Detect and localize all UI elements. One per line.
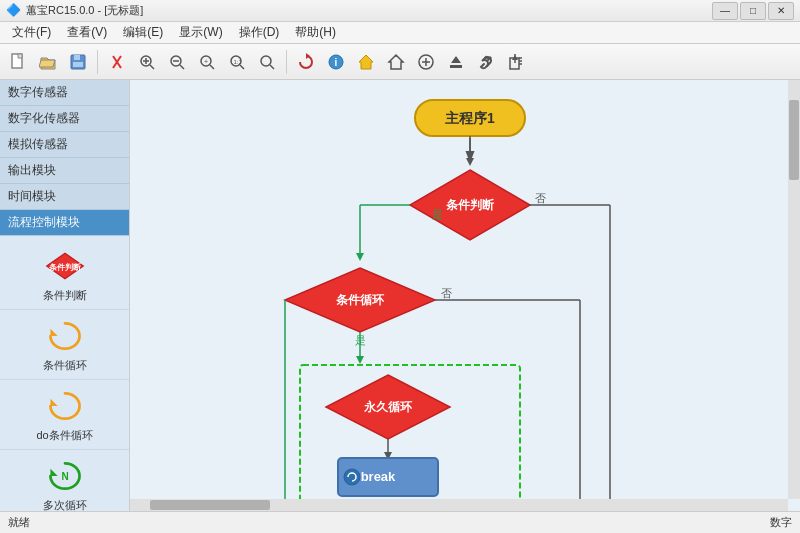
svg-text:i: i	[335, 57, 338, 68]
sidebar: 数字传感器 数字化传感器 模拟传感器 输出模块 时间模块 流程控制模块 条件判断…	[0, 80, 130, 511]
svg-rect-3	[74, 55, 80, 60]
multi-loop-label: 多次循环	[43, 498, 87, 511]
svg-line-18	[240, 65, 244, 69]
window-controls: — □ ✕	[712, 2, 794, 20]
main-area: 数字传感器 数字化传感器 模拟传感器 输出模块 时间模块 流程控制模块 条件判断…	[0, 80, 800, 511]
svg-line-12	[180, 65, 184, 69]
multi-loop-icon: N	[45, 456, 85, 496]
separator-2	[286, 50, 287, 74]
svg-text:是: 是	[432, 208, 443, 220]
sidebar-item-multi-loop[interactable]: N 多次循环	[0, 450, 129, 511]
horizontal-scrollbar[interactable]	[130, 499, 788, 511]
status-right: 数字	[770, 515, 792, 530]
sidebar-time-module[interactable]: 时间模块	[0, 184, 129, 210]
svg-marker-25	[359, 55, 373, 69]
menu-edit[interactable]: 编辑(E)	[115, 22, 171, 43]
close-button[interactable]: ✕	[768, 2, 794, 20]
vertical-scrollbar[interactable]	[788, 80, 800, 499]
cut-button[interactable]	[103, 48, 131, 76]
zoom-in-button[interactable]	[133, 48, 161, 76]
sidebar-digital-sensor[interactable]: 数字传感器	[0, 80, 129, 106]
svg-marker-42	[50, 399, 57, 406]
svg-marker-1	[18, 54, 22, 58]
status-left: 就绪	[8, 515, 770, 530]
statusbar: 就绪 数字	[0, 511, 800, 533]
sidebar-item-condition-loop[interactable]: 条件循环	[0, 310, 129, 380]
svg-text:永久循环: 永久循环	[363, 400, 413, 414]
menu-operate[interactable]: 操作(D)	[231, 22, 288, 43]
svg-point-20	[261, 56, 271, 66]
svg-text:条件判断: 条件判断	[445, 198, 495, 212]
flowchart-canvas: 主程序1 条件判断 是 否 条件循环 否 是	[130, 80, 800, 511]
svg-text:主程序1: 主程序1	[445, 110, 495, 126]
condition-judge-label: 条件判断	[43, 288, 87, 303]
svg-line-21	[270, 65, 274, 69]
svg-text:N: N	[61, 471, 68, 482]
svg-text:break: break	[361, 469, 396, 484]
app-icon: 🔷	[6, 3, 22, 19]
redo-button[interactable]	[292, 48, 320, 76]
sidebar-analog-sensor[interactable]: 模拟传感器	[0, 132, 129, 158]
sidebar-item-condition-judge[interactable]: 条件判断 条件判断	[0, 240, 129, 310]
condition-loop-icon	[45, 316, 85, 356]
home-button[interactable]	[352, 48, 380, 76]
svg-marker-68	[356, 356, 364, 364]
menu-help[interactable]: 帮助(H)	[287, 22, 344, 43]
svg-marker-26	[389, 55, 403, 69]
svg-text:条件判断: 条件判断	[49, 263, 82, 272]
sidebar-items: 条件判断 条件判断 条件循环	[0, 236, 129, 511]
link-button[interactable]	[472, 48, 500, 76]
minimize-button[interactable]: —	[712, 2, 738, 20]
titlebar: 🔷 蕙宝RC15.0.0 - [无标题] — □ ✕	[0, 0, 800, 22]
svg-marker-51	[466, 158, 474, 166]
do-condition-loop-icon	[45, 386, 85, 426]
svg-marker-32	[451, 56, 461, 63]
zoom-100-button[interactable]: 1:1	[223, 48, 251, 76]
condition-judge-icon: 条件判断	[45, 246, 85, 286]
svg-rect-31	[450, 65, 462, 68]
svg-text:否: 否	[535, 192, 546, 204]
sidebar-output-module[interactable]: 输出模块	[0, 158, 129, 184]
menubar: 文件(F) 查看(V) 编辑(E) 显示(W) 操作(D) 帮助(H)	[0, 22, 800, 44]
zoom-out-button[interactable]	[163, 48, 191, 76]
menu-file[interactable]: 文件(F)	[4, 22, 59, 43]
canvas-area[interactable]: 主程序1 条件判断 是 否 条件循环 否 是	[130, 80, 800, 511]
search-button[interactable]	[253, 48, 281, 76]
svg-marker-41	[50, 329, 57, 336]
sidebar-item-do-condition-loop[interactable]: do条件循环	[0, 380, 129, 450]
condition-loop-label: 条件循环	[43, 358, 87, 373]
sidebar-digital-sensor2[interactable]: 数字化传感器	[0, 106, 129, 132]
svg-marker-43	[50, 469, 57, 476]
svg-point-75	[344, 469, 360, 485]
maximize-button[interactable]: □	[740, 2, 766, 20]
do-condition-loop-label: do条件循环	[36, 428, 92, 443]
info-button[interactable]: i	[322, 48, 350, 76]
svg-text:1:1: 1:1	[234, 59, 243, 65]
toolbar: + 1:1 i	[0, 44, 800, 80]
download-button[interactable]	[442, 48, 470, 76]
svg-line-15	[210, 65, 214, 69]
separator-1	[97, 50, 98, 74]
new-button[interactable]	[4, 48, 32, 76]
svg-marker-58	[356, 253, 364, 261]
svg-text:否: 否	[441, 287, 452, 299]
menu-view[interactable]: 查看(V)	[59, 22, 115, 43]
open-button[interactable]	[34, 48, 62, 76]
svg-text:条件循环: 条件循环	[335, 293, 385, 307]
anchor-button[interactable]	[382, 48, 410, 76]
svg-text:+: +	[204, 58, 208, 65]
window-title: 蕙宝RC15.0.0 - [无标题]	[26, 3, 712, 18]
svg-line-8	[150, 65, 154, 69]
export-button[interactable]	[502, 48, 530, 76]
save-button[interactable]	[64, 48, 92, 76]
svg-rect-4	[73, 62, 83, 67]
add-circle-button[interactable]	[412, 48, 440, 76]
zoom-fit-button[interactable]: +	[193, 48, 221, 76]
menu-display[interactable]: 显示(W)	[171, 22, 230, 43]
sidebar-flow-control[interactable]: 流程控制模块	[0, 210, 129, 236]
